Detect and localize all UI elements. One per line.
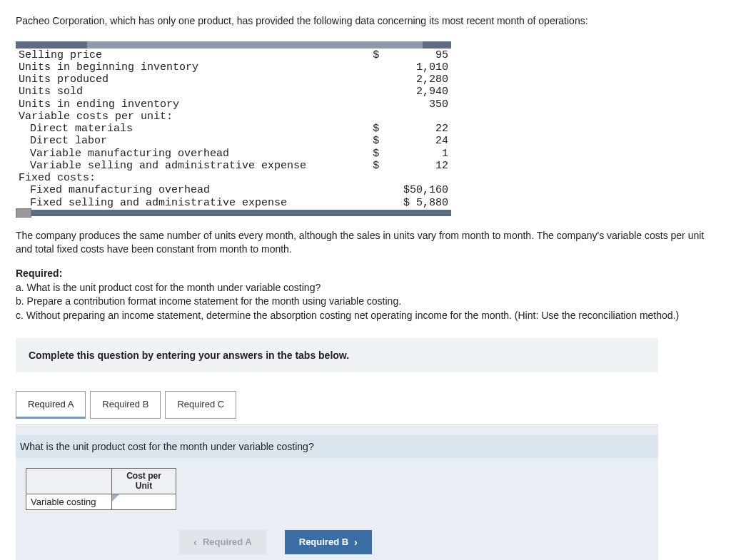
row-value: 24 (385, 135, 451, 147)
row-value (385, 172, 451, 184)
row-currency: $ (370, 123, 385, 135)
nav-buttons: ‹ Required A Required B › (26, 530, 525, 554)
chevron-right-icon: › (354, 536, 358, 548)
row-currency (370, 61, 385, 73)
row-currency (370, 98, 385, 111)
row-currency (370, 86, 385, 98)
tab-panel-required-a: What is the unit product cost for the mo… (16, 424, 658, 560)
row-label: Units sold (16, 86, 370, 98)
row-value: 350 (385, 98, 451, 111)
table-row: Direct materials$22 (16, 123, 451, 135)
scrollbar-thumb[interactable] (16, 208, 31, 218)
row-value: $50,160 (385, 184, 451, 196)
row-currency (370, 172, 385, 184)
required-c: c. Without preparing an income statement… (16, 310, 679, 321)
table-row: Variable costs per unit: (16, 111, 451, 123)
data-table-wrapper: Selling price$95Units in beginning inven… (16, 41, 715, 216)
table-row: Units sold2,940 (16, 86, 451, 98)
chevron-left-icon: ‹ (193, 536, 197, 548)
row-currency: $ (370, 148, 385, 160)
table-row: Units produced2,280 (16, 73, 451, 86)
row-currency (370, 73, 385, 86)
tab-required-c[interactable]: Required C (165, 391, 236, 419)
table-row: Variable manufacturing overhead$1 (16, 148, 451, 160)
row-label: Variable manufacturing overhead (16, 148, 370, 160)
table-row: Fixed costs: (16, 172, 451, 184)
next-label: Required B (299, 536, 348, 547)
row-label: Units in ending inventory (16, 98, 370, 111)
row-currency: $ (370, 160, 385, 172)
cost-per-unit-input[interactable] (112, 494, 176, 509)
row-label: Direct labor (16, 135, 370, 147)
table-row: Selling price$95 (16, 49, 451, 61)
scrollbar-bottom[interactable] (16, 210, 451, 216)
table-row: Units in beginning inventory1,010 (16, 61, 451, 73)
prev-label: Required A (203, 536, 252, 547)
scrollbar-top[interactable] (16, 41, 451, 49)
row-value: 95 (385, 49, 451, 61)
tab-required-a[interactable]: Required A (16, 391, 86, 419)
table-row: Variable selling and administrative expe… (16, 160, 451, 172)
table-row: Fixed manufacturing overhead$50,160 (16, 184, 451, 196)
table-row: Variable costing (26, 494, 176, 509)
required-heading: Required: (16, 268, 62, 279)
row-label: Fixed manufacturing overhead (16, 184, 370, 196)
required-b: b. Prepare a contribution format income … (16, 295, 401, 307)
row-value: 12 (385, 160, 451, 172)
required-section: Required: a. What is the unit product co… (16, 267, 715, 322)
paragraph-2: The company produces the same number of … (16, 229, 715, 257)
row-label: Selling price (16, 49, 370, 61)
row-value: $ 5,880 (385, 197, 451, 209)
row-label: Direct materials (16, 123, 370, 135)
row-value (385, 111, 451, 123)
answer-table: Cost perUnit Variable costing (26, 468, 176, 509)
row-label: Units produced (16, 73, 370, 86)
next-button[interactable]: Required B › (285, 530, 372, 554)
row-label: Variable costs per unit: (16, 111, 370, 123)
row-currency (370, 197, 385, 209)
required-a: a. What is the unit product cost for the… (16, 282, 321, 293)
prev-button[interactable]: ‹ Required A (179, 530, 266, 554)
row-label: Units in beginning inventory (16, 61, 370, 73)
row-label: Fixed selling and administrative expense (16, 197, 370, 209)
table-row: Units in ending inventory350 (16, 98, 451, 111)
tab-a-question: What is the unit product cost for the mo… (16, 435, 658, 458)
tabs-row: Required ARequired BRequired C (16, 391, 715, 419)
row-label-variable-costing: Variable costing (26, 494, 112, 509)
row-label: Fixed costs: (16, 172, 370, 184)
row-label: Variable selling and administrative expe… (16, 160, 370, 172)
table-row: Direct labor$24 (16, 135, 451, 147)
instruction-bar: Complete this question by entering your … (16, 338, 658, 372)
row-value: 1 (385, 148, 451, 160)
table-row: Fixed selling and administrative expense… (16, 197, 451, 209)
row-currency: $ (370, 49, 385, 61)
row-value: 2,280 (385, 73, 451, 86)
row-value: 1,010 (385, 61, 451, 73)
row-value: 22 (385, 123, 451, 135)
data-table: Selling price$95Units in beginning inven… (16, 49, 451, 209)
intro-text: Pacheo Corporation, which has only one p… (16, 14, 715, 29)
tab-required-b[interactable]: Required B (90, 391, 161, 419)
blank-header-cell (26, 469, 112, 494)
row-value: 2,940 (385, 86, 451, 98)
row-currency (370, 111, 385, 123)
row-currency (370, 184, 385, 196)
cost-per-unit-header: Cost perUnit (112, 469, 176, 494)
row-currency: $ (370, 135, 385, 147)
